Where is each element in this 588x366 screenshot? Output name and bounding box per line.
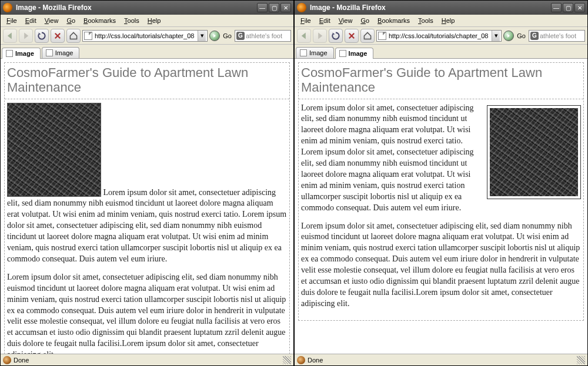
menu-bookmarks[interactable]: Bookmarks xyxy=(374,16,413,25)
tab-label: Image xyxy=(55,49,74,56)
menu-file[interactable]: File xyxy=(3,16,21,25)
url-text[interactable]: http://css.local/tutorials/chapter_08 xyxy=(389,32,489,39)
paragraph-1-text: Lorem ipsum dolor sit amet, consectetuer… xyxy=(7,188,286,263)
firefox-status-icon xyxy=(297,356,305,364)
nav-toolbar: http://css.local/tutorials/chapter_08 ▾ … xyxy=(295,27,587,45)
go-button[interactable] xyxy=(503,31,514,41)
home-button[interactable] xyxy=(66,29,81,43)
resize-grip-icon[interactable] xyxy=(283,356,291,364)
menu-file[interactable]: File xyxy=(297,16,315,25)
reload-button[interactable] xyxy=(329,29,343,43)
page-icon xyxy=(300,49,307,56)
paragraph-2: Lorem ipsum dolor sit amet, consectetuer… xyxy=(301,221,581,310)
content-scroll[interactable]: CosmoFarmer's Guide to Apartment Lawn Ma… xyxy=(1,59,293,354)
titlebar[interactable]: Image - Mozilla Firefox — ▢ ✕ xyxy=(295,1,587,15)
status-text: Done xyxy=(14,357,29,364)
page-icon xyxy=(46,49,53,56)
tab-image-1[interactable]: Image xyxy=(296,47,334,58)
window-controls: — ▢ ✕ xyxy=(551,3,585,12)
menubar: File Edit View Go Bookmarks Tools Help xyxy=(295,15,587,27)
page-icon xyxy=(378,32,386,40)
go-label: Go xyxy=(222,32,233,39)
content-area: CosmoFarmer's Guide to Apartment Lawn Ma… xyxy=(295,59,587,354)
search-text[interactable]: athlete's foot xyxy=(246,32,282,39)
resize-grip-icon[interactable] xyxy=(577,356,585,364)
tabstrip: Image Image xyxy=(1,45,293,59)
tab-label: Image xyxy=(15,50,34,57)
menu-view[interactable]: View xyxy=(41,16,62,25)
grass-image xyxy=(7,103,101,197)
home-button[interactable] xyxy=(360,29,375,43)
reload-button[interactable] xyxy=(35,29,49,43)
browser-window-left: Image - Mozilla Firefox — ▢ ✕ File Edit … xyxy=(0,0,294,366)
page-heading: CosmoFarmer's Guide to Apartment Lawn Ma… xyxy=(5,63,289,99)
statusbar: Done xyxy=(295,354,587,365)
tab-label: Image xyxy=(349,50,368,57)
page-icon xyxy=(339,50,346,57)
menu-go[interactable]: Go xyxy=(63,16,79,25)
menu-view[interactable]: View xyxy=(335,16,356,25)
firefox-icon xyxy=(297,3,306,12)
tab-image-2[interactable]: Image xyxy=(335,48,374,59)
tab-image-2[interactable]: Image xyxy=(42,47,80,58)
content-area: CosmoFarmer's Guide to Apartment Lawn Ma… xyxy=(1,59,293,354)
page-icon xyxy=(84,32,92,40)
menu-bookmarks[interactable]: Bookmarks xyxy=(80,16,119,25)
grass-image xyxy=(487,105,581,199)
menu-go[interactable]: Go xyxy=(357,16,373,25)
page-container: CosmoFarmer's Guide to Apartment Lawn Ma… xyxy=(298,62,584,321)
go-label: Go xyxy=(516,32,527,39)
menu-edit[interactable]: Edit xyxy=(316,16,334,25)
url-text[interactable]: http://css.local/tutorials/chapter_08 xyxy=(95,32,195,39)
content-scroll[interactable]: CosmoFarmer's Guide to Apartment Lawn Ma… xyxy=(295,59,587,354)
search-text[interactable]: athlete's foot xyxy=(540,32,576,39)
url-dropdown-icon[interactable]: ▾ xyxy=(492,31,500,41)
back-button[interactable] xyxy=(3,29,17,43)
page-body: Lorem ipsum dolor sit amet, consectetuer… xyxy=(299,99,583,320)
paragraph-2: Lorem ipsum dolor sit amet, consectetuer… xyxy=(7,272,287,354)
menu-help[interactable]: Help xyxy=(438,16,459,25)
status-text: Done xyxy=(308,357,323,364)
tabstrip: Image Image xyxy=(295,45,587,59)
page-heading: CosmoFarmer's Guide to Apartment Lawn Ma… xyxy=(299,63,583,99)
firefox-icon xyxy=(3,3,12,12)
forward-button[interactable] xyxy=(19,29,33,43)
maximize-button[interactable]: ▢ xyxy=(563,3,573,12)
close-button[interactable]: ✕ xyxy=(574,3,585,12)
address-bar[interactable]: http://css.local/tutorials/chapter_08 ▾ xyxy=(376,30,502,42)
page-body: Lorem ipsum dolor sit amet, consectetuer… xyxy=(5,99,289,354)
nav-toolbar: http://css.local/tutorials/chapter_08 ▾ … xyxy=(1,27,293,45)
window-controls: — ▢ ✕ xyxy=(257,3,291,12)
go-button[interactable] xyxy=(209,31,220,41)
stop-button[interactable] xyxy=(345,29,359,43)
back-button[interactable] xyxy=(297,29,311,43)
menu-tools[interactable]: Tools xyxy=(121,16,143,25)
maximize-button[interactable]: ▢ xyxy=(269,3,279,12)
menu-help[interactable]: Help xyxy=(144,16,165,25)
forward-button[interactable] xyxy=(313,29,327,43)
statusbar: Done xyxy=(1,354,293,365)
search-engine-icon[interactable]: G xyxy=(236,32,245,40)
stop-button[interactable] xyxy=(51,29,65,43)
menubar: File Edit View Go Bookmarks Tools Help xyxy=(1,15,293,27)
search-box[interactable]: G athlete's foot xyxy=(529,30,585,42)
address-bar[interactable]: http://css.local/tutorials/chapter_08 ▾ xyxy=(82,30,208,42)
tab-label: Image xyxy=(309,49,328,56)
close-button[interactable]: ✕ xyxy=(280,3,291,12)
titlebar[interactable]: Image - Mozilla Firefox — ▢ ✕ xyxy=(1,1,293,15)
minimize-button[interactable]: — xyxy=(257,3,268,12)
firefox-status-icon xyxy=(3,356,11,364)
search-engine-icon[interactable]: G xyxy=(530,32,539,40)
search-box[interactable]: G athlete's foot xyxy=(235,30,291,42)
window-title: Image - Mozilla Firefox xyxy=(16,4,257,12)
menu-edit[interactable]: Edit xyxy=(22,16,40,25)
tab-image-1[interactable]: Image xyxy=(2,48,41,59)
page-icon xyxy=(6,50,13,57)
minimize-button[interactable]: — xyxy=(551,3,562,12)
window-title: Image - Mozilla Firefox xyxy=(310,4,551,12)
browser-window-right: Image - Mozilla Firefox — ▢ ✕ File Edit … xyxy=(294,0,588,366)
url-dropdown-icon[interactable]: ▾ xyxy=(198,31,206,41)
menu-tools[interactable]: Tools xyxy=(415,16,437,25)
paragraph-1: Lorem ipsum dolor sit amet, consectetuer… xyxy=(7,103,287,265)
page-container: CosmoFarmer's Guide to Apartment Lawn Ma… xyxy=(4,62,290,354)
